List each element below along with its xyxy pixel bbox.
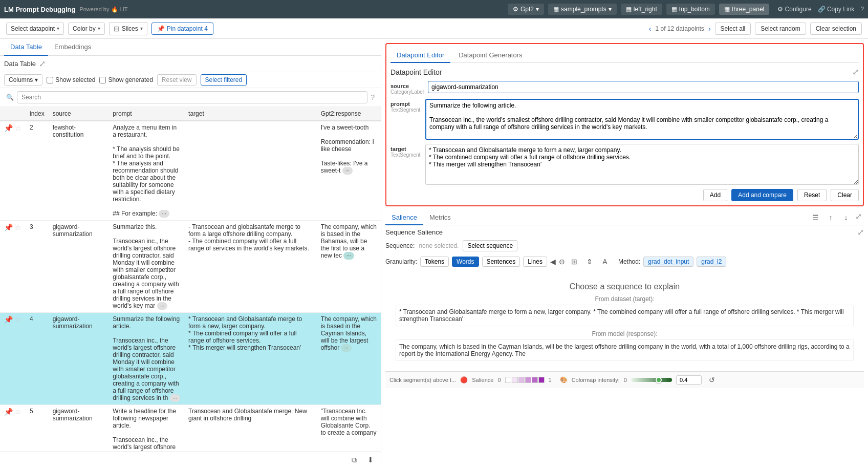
method-grad-dot[interactable]: grad_dot_input (643, 257, 693, 267)
tab-datapoint-editor[interactable]: Datapoint Editor (390, 48, 450, 63)
reset-button[interactable]: Reset (797, 189, 827, 201)
more-chip[interactable]: ··· (159, 210, 169, 218)
color-by-dropdown[interactable]: Color by ▾ (68, 23, 105, 35)
model-tab-gpt2[interactable]: ⚙ Gpt2 ▾ (508, 4, 544, 15)
expand-icon[interactable]: ⤢ (852, 67, 859, 77)
help-button[interactable]: ? (860, 6, 864, 13)
select-sequence-button[interactable]: Select sequence (463, 240, 517, 251)
cell-prompt: Write a headline for the following newsp… (108, 405, 184, 452)
sort-asc-icon[interactable]: ↑ (824, 211, 837, 224)
model-label: top_bottom (679, 6, 710, 13)
response-chip[interactable]: ··· (341, 344, 351, 352)
table-row[interactable]: 📌 ☆ 5 gigaword-summarization Write a hea… (0, 405, 381, 452)
add-and-compare-button[interactable]: Add and compare (731, 189, 793, 201)
star-icon[interactable]: ☆ (15, 223, 21, 231)
target-textarea[interactable]: * Transocean and Globalsantafe merge to … (425, 144, 859, 185)
gran-extra-2[interactable]: ⊖ (559, 258, 565, 266)
th-prompt[interactable]: prompt (108, 107, 184, 121)
sort-desc-icon[interactable]: ↓ (840, 211, 852, 224)
reset-view-button[interactable]: Reset view (157, 74, 197, 86)
select-datapoint-dropdown[interactable]: Select datapoint ▾ (6, 23, 64, 35)
clear-button[interactable]: Clear (831, 189, 859, 201)
columns-label: Columns (9, 76, 33, 83)
download-icon[interactable]: ⬇ (364, 454, 377, 466)
pin-icon[interactable]: 📌 (4, 124, 13, 132)
th-response[interactable]: Gpt2:response (317, 107, 381, 121)
show-generated-input[interactable] (99, 77, 106, 83)
tab-embeddings[interactable]: Embeddings (48, 39, 97, 56)
add-button[interactable]: Add (703, 189, 727, 201)
show-selected-input[interactable] (47, 77, 53, 83)
dp-title-text: Datapoint Editor (390, 68, 442, 76)
prompt-field-row: prompt TextSegment Summarize the followi… (390, 99, 859, 140)
select-random-button[interactable]: Select random (755, 23, 806, 35)
model-text[interactable]: The company, which is based in the Cayma… (396, 339, 854, 361)
tab-salience[interactable]: Salience (385, 210, 423, 225)
slices-dropdown[interactable]: ⊟ Slices ▾ (109, 22, 147, 35)
show-selected-checkbox[interactable]: Show selected (47, 76, 95, 83)
configure-button[interactable]: ⚙ Configure (777, 6, 811, 13)
model-tab-top-bottom[interactable]: ▦ top_bottom (666, 4, 715, 15)
model-tab-three-panel[interactable]: ▦ three_panel (719, 4, 769, 15)
columns-button[interactable]: Columns ▾ (4, 74, 42, 86)
gran-extra-1[interactable]: ◀ (550, 258, 556, 266)
prompt-textarea[interactable]: Summarize the following article. Transoc… (425, 99, 859, 140)
method-grad-l2[interactable]: grad_l2 (697, 257, 726, 267)
select-all-button[interactable]: Select all (715, 23, 751, 35)
pin-datapoint-button[interactable]: 📌 Pin datapoint 4 (151, 23, 213, 35)
select-filtered-button[interactable]: Select filtered (201, 74, 247, 86)
more-chip[interactable]: ··· (157, 302, 167, 310)
intensity-value[interactable] (676, 375, 702, 385)
prev-arrow[interactable]: ‹ (649, 25, 652, 33)
granularity-tokens[interactable]: Tokens (420, 257, 449, 267)
clear-selection-button[interactable]: Clear selection (810, 23, 862, 35)
next-arrow[interactable]: › (708, 25, 711, 33)
source-field-row: source CategoryLabel (390, 81, 859, 95)
granularity-words[interactable]: Words (452, 257, 479, 267)
model-tab-sample-prompts[interactable]: ▦ sample_prompts ▾ (548, 4, 617, 15)
tab-data-table[interactable]: Data Table (4, 39, 48, 56)
pin-icon[interactable]: 📌 (4, 315, 13, 324)
cell-target: Transocean and Globalsantafe merge: New … (184, 405, 317, 452)
table-row-selected[interactable]: 📌 ☆ 4 gigaword-summarization Summarize t… (0, 313, 381, 405)
dataset-text[interactable]: * Transocean and Globalsantafe merge to … (396, 305, 854, 326)
copy-icon[interactable]: ⧉ (348, 454, 360, 466)
expand-icon[interactable]: ⤢ (39, 59, 46, 69)
th-source[interactable]: source (49, 107, 109, 121)
from-model-label: From model (response): (396, 330, 854, 337)
arrows-icon[interactable]: ⇕ (583, 256, 596, 268)
th-target[interactable]: target (184, 107, 317, 121)
tab-metrics[interactable]: Metrics (423, 210, 457, 225)
grid-icon[interactable]: ⊞ (568, 256, 580, 268)
granularity-lines[interactable]: Lines (523, 257, 547, 267)
expand-icon[interactable]: ⤢ (855, 211, 862, 224)
more-chip[interactable]: ··· (342, 167, 353, 175)
help-icon[interactable]: ? (371, 93, 375, 101)
slider-thumb[interactable] (656, 377, 662, 383)
select-datapoint-label: Select datapoint (11, 25, 55, 32)
table-row[interactable]: 📌 ☆ 3 gigaword-summarization Summarize t… (0, 221, 381, 313)
pin-icon[interactable]: 📌 (4, 223, 13, 231)
menu-icon[interactable]: ☰ (809, 211, 821, 224)
table-row[interactable]: 📌 ☆ 2 fewshot-constitution Analyze a men… (0, 121, 381, 221)
show-generated-checkbox[interactable]: Show generated (99, 76, 153, 83)
model-tab-left-right[interactable]: ▦ left_right (621, 4, 662, 15)
more-chip[interactable]: ··· (170, 394, 180, 402)
star-icon[interactable]: ☆ (15, 315, 21, 324)
response-chip[interactable]: ··· (343, 252, 354, 260)
th-index[interactable]: index (26, 107, 49, 121)
refresh-icon[interactable]: ↺ (706, 374, 718, 386)
search-input[interactable] (17, 91, 367, 103)
expand-icon[interactable]: ⤢ (857, 227, 864, 237)
star-icon[interactable]: ☆ (15, 408, 21, 416)
target-type: TextSegment (390, 152, 421, 158)
copy-link-button[interactable]: 🔗 Copy Link (818, 6, 855, 13)
source-input[interactable] (428, 81, 859, 93)
chevron-down-icon: ▾ (98, 26, 100, 31)
tab-datapoint-generators[interactable]: Datapoint Generators (452, 48, 528, 63)
star-icon[interactable]: ☆ (15, 124, 21, 132)
text-icon[interactable]: A (599, 256, 611, 268)
intensity-slider[interactable] (631, 378, 672, 382)
pin-icon[interactable]: 📌 (4, 408, 13, 416)
granularity-sentences[interactable]: Sentences (482, 257, 520, 267)
